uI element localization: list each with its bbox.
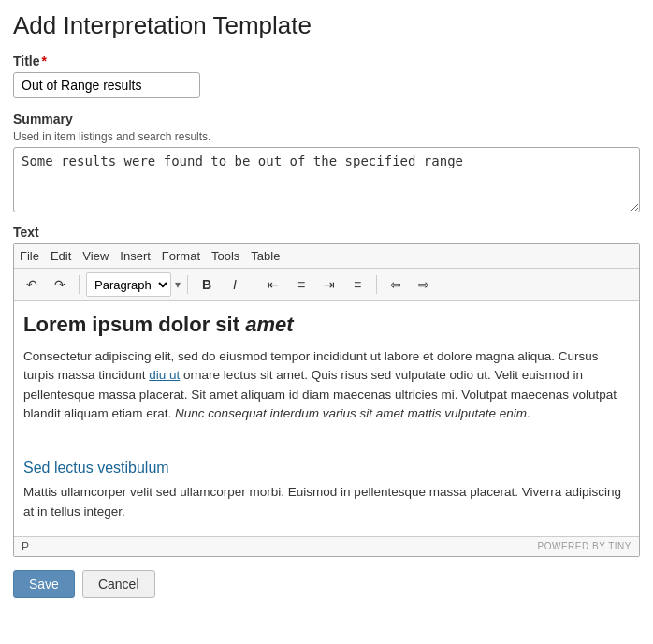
title-label: Title* <box>13 53 640 68</box>
text-label: Text <box>13 225 640 240</box>
paragraph-format-select[interactable]: Paragraph <box>86 272 171 297</box>
content-para2: Mattis ullamcorper velit sed ullamcorper… <box>23 483 630 521</box>
save-button[interactable]: Save <box>13 570 75 598</box>
editor-toolbar: ↶ ↷ Paragraph ▾ B I ⇤ ≡ ⇥ ≡ ⇦ ⇨ <box>14 269 639 301</box>
align-right-button[interactable]: ⇥ <box>317 272 341 297</box>
indent-button[interactable]: ⇨ <box>412 272 436 297</box>
toolbar-separator-3 <box>254 275 254 294</box>
bold-button[interactable]: B <box>195 272 219 297</box>
content-subheading: Sed lectus vestibulum <box>23 457 630 479</box>
content-link[interactable]: diu ut <box>149 368 180 382</box>
editor-content-area[interactable]: Lorem ipsum dolor sit amet Consectetur a… <box>14 301 639 536</box>
summary-label: Summary <box>13 111 640 126</box>
menu-insert[interactable]: Insert <box>120 247 151 265</box>
editor-menubar: File Edit View Insert Format Tools Table <box>14 244 639 269</box>
action-buttons: Save Cancel <box>13 570 640 598</box>
menu-tools[interactable]: Tools <box>211 247 239 265</box>
select-arrow: ▾ <box>175 278 181 291</box>
editor-footer: P POWERED BY TINY <box>14 536 639 556</box>
undo-button[interactable]: ↶ <box>20 272 44 297</box>
toolbar-separator-1 <box>79 275 80 294</box>
rich-text-editor: File Edit View Insert Format Tools Table… <box>13 243 640 557</box>
toolbar-separator-4 <box>376 275 377 294</box>
menu-view[interactable]: View <box>82 247 109 265</box>
content-empty-line <box>23 431 630 449</box>
toolbar-separator-2 <box>187 275 188 294</box>
align-center-button[interactable]: ≡ <box>289 272 313 297</box>
page-title: Add Interpretation Template <box>13 11 640 40</box>
menu-table[interactable]: Table <box>251 247 280 265</box>
redo-button[interactable]: ↷ <box>48 272 72 297</box>
summary-hint: Used in item listings and search results… <box>13 130 640 143</box>
align-left-button[interactable]: ⇤ <box>261 272 285 297</box>
italic-button[interactable]: I <box>223 272 247 297</box>
editor-footer-p: P <box>22 540 29 553</box>
align-justify-button[interactable]: ≡ <box>345 272 370 297</box>
cancel-button[interactable]: Cancel <box>82 570 155 598</box>
content-para1: Consectetur adipiscing elit, sed do eius… <box>23 347 630 423</box>
content-heading: Lorem ipsum dolor sit amet <box>23 309 630 340</box>
summary-textarea[interactable]: Some results were found to be out of the… <box>13 147 640 212</box>
powered-by-label: POWERED BY TINY <box>538 541 631 551</box>
menu-file[interactable]: File <box>20 247 39 265</box>
menu-edit[interactable]: Edit <box>51 247 71 265</box>
outdent-button[interactable]: ⇦ <box>384 272 408 297</box>
menu-format[interactable]: Format <box>162 247 200 265</box>
title-input[interactable] <box>13 72 200 98</box>
